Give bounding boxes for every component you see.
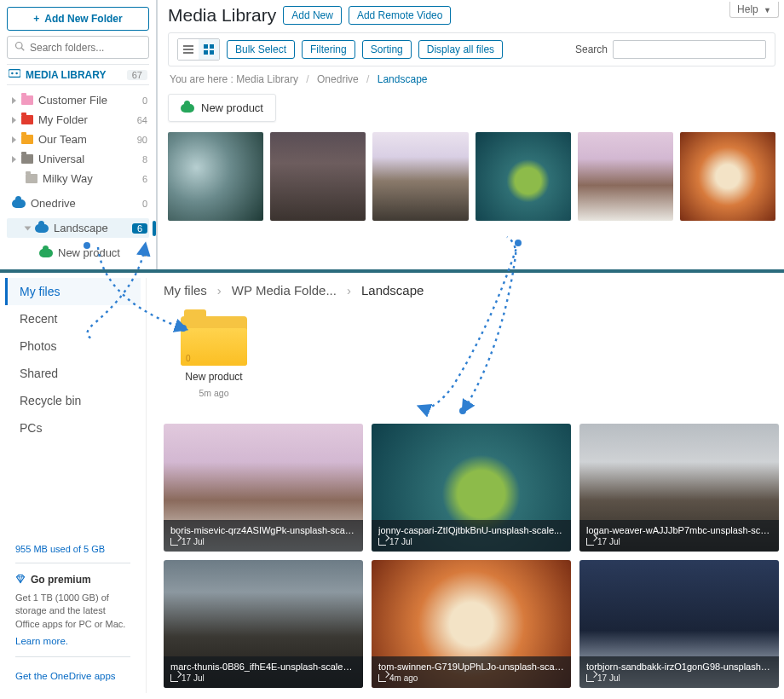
folder-icon xyxy=(21,154,33,164)
file-card[interactable]: marc-thunis-0B86_ifhE4E-unsplash-scaled-… xyxy=(164,560,363,688)
breadcrumb-link[interactable]: WP Media Folde... xyxy=(232,283,337,298)
add-folder-button[interactable]: + Add New Folder xyxy=(7,7,149,31)
svg-point-3 xyxy=(11,72,13,74)
onedrive-breadcrumb: My files › WP Media Folde... › Landscape xyxy=(164,283,779,298)
sorting-button[interactable]: Sorting xyxy=(362,40,412,59)
sidebar-item-folder[interactable]: My Folder 64 xyxy=(7,110,149,130)
file-card[interactable]: jonny-caspari-ZtIQjtbkBnU-unsplash-scale… xyxy=(372,424,571,552)
cloud-icon xyxy=(12,199,26,208)
onedrive-nav-item[interactable]: Photos xyxy=(5,332,141,360)
file-card[interactable]: logan-weaver-wAJJJbP7mbc-unsplash-scaled… xyxy=(579,424,779,552)
breadcrumb-current: Landscape xyxy=(361,283,424,298)
file-overlay: torbjorn-sandbakk-irzO1gonG98-unsplash-s… xyxy=(579,656,779,688)
landscape-label: Landscape xyxy=(54,222,108,234)
grid-icon xyxy=(204,44,214,55)
file-name: boris-misevic-qrz4ASIWgPk-unsplash-scale… xyxy=(170,525,356,535)
sidebar-item-folder[interactable]: Milky Way 6 xyxy=(7,169,149,188)
folder-name: My Folder xyxy=(38,113,88,126)
folder-item-name: New product xyxy=(185,371,242,383)
cloud-icon xyxy=(181,104,194,113)
bulk-select-button[interactable]: Bulk Select xyxy=(227,40,295,59)
file-card[interactable]: tom-swinnen-G719UpPhLJo-unsplash-scaled-… xyxy=(372,560,571,688)
breadcrumb-current: Landscape xyxy=(378,73,428,85)
media-library-header[interactable]: MEDIA LIBRARY 67 xyxy=(7,64,149,85)
go-premium-button[interactable]: Go premium xyxy=(15,574,130,586)
active-indicator xyxy=(153,221,156,236)
sidebar-item-folder[interactable]: Customer File 0 xyxy=(7,90,149,110)
folder-icon xyxy=(21,135,33,144)
file-card[interactable]: boris-misevic-qrz4ASIWgPk-unsplash-scale… xyxy=(164,424,363,552)
folder-count: 6 xyxy=(142,174,147,184)
library-icon xyxy=(9,68,20,81)
folder-chip-label: New product xyxy=(201,101,263,114)
breadcrumb: You are here : Media Library / Onedrive … xyxy=(170,73,774,85)
display-all-button[interactable]: Display all files xyxy=(418,40,503,59)
breadcrumb-prefix: You are here : xyxy=(170,73,233,85)
folder-name: Customer File xyxy=(38,94,107,107)
onedrive-sidebar: My filesRecentPhotosSharedRecycle binPCs… xyxy=(0,278,147,693)
file-card[interactable]: torbjorn-sandbakk-irzO1gonG98-unsplash-s… xyxy=(579,560,779,688)
search-icon xyxy=(14,41,25,54)
sidebar-item-landscape[interactable]: Landscape 6 xyxy=(7,218,149,238)
folder-item-new-product[interactable]: 0 New product 5m ago xyxy=(181,316,247,398)
onedrive-label: Onedrive xyxy=(31,197,76,210)
help-button[interactable]: Help ▼ xyxy=(729,2,779,18)
media-thumbnail[interactable] xyxy=(476,132,571,221)
learn-more-link[interactable]: Learn more. xyxy=(15,636,68,646)
chevron-right-icon: › xyxy=(347,283,351,298)
share-icon xyxy=(170,538,178,546)
onedrive-nav-item[interactable]: Shared xyxy=(5,360,141,387)
add-remote-video-button[interactable]: Add Remote Video xyxy=(349,6,452,25)
view-list-button[interactable] xyxy=(178,39,199,60)
media-search-input[interactable] xyxy=(613,40,766,59)
page-title: Media Library xyxy=(168,5,276,26)
onedrive-file-grid: boris-misevic-qrz4ASIWgPk-unsplash-scale… xyxy=(164,424,779,688)
view-grid-button[interactable] xyxy=(199,39,219,60)
search-label: Search xyxy=(575,43,608,55)
file-name: torbjorn-sandbakk-irzO1gonG98-unsplash-s… xyxy=(586,661,772,672)
sidebar-item-folder[interactable]: Our Team 90 xyxy=(7,130,149,149)
file-meta: 17 Jul xyxy=(389,537,412,546)
storage-usage-link[interactable]: 955 MB used of 5 GB xyxy=(15,544,130,563)
premium-description: Get 1 TB (1000 GB) of storage and the la… xyxy=(15,592,130,631)
new-product-label: New product xyxy=(58,246,120,259)
media-thumbnail[interactable] xyxy=(680,132,775,221)
add-new-button[interactable]: Add New xyxy=(283,6,342,25)
folder-search-input[interactable] xyxy=(30,42,141,54)
share-icon xyxy=(378,538,386,546)
sidebar-item-folder[interactable]: Universal 8 xyxy=(7,149,149,169)
file-overlay: logan-weaver-wAJJJbP7mbc-unsplash-scaled… xyxy=(579,520,779,552)
folder-count: 90 xyxy=(137,135,147,145)
list-icon xyxy=(183,45,193,54)
onedrive-nav-item[interactable]: My files xyxy=(5,278,141,305)
folder-icon xyxy=(26,174,37,183)
media-toolbar: Bulk Select Filtering Sorting Display al… xyxy=(168,32,775,66)
file-name: jonny-caspari-ZtIQjtbkBnU-unsplash-scale… xyxy=(378,525,564,535)
breadcrumb-link[interactable]: Media Library xyxy=(236,73,298,85)
media-thumbnail[interactable] xyxy=(578,132,673,221)
folder-search[interactable] xyxy=(7,36,149,59)
share-icon xyxy=(378,674,386,682)
get-onedrive-apps-link[interactable]: Get the OneDrive apps xyxy=(15,671,116,681)
chevron-down-icon: ▼ xyxy=(764,6,771,14)
media-thumbnail[interactable] xyxy=(372,132,468,221)
media-library-count: 67 xyxy=(127,70,147,80)
onedrive-nav-item[interactable]: PCs xyxy=(5,414,141,442)
cloud-icon xyxy=(35,224,49,233)
add-folder-label: Add New Folder xyxy=(44,13,122,25)
plus-icon: + xyxy=(33,13,39,25)
landscape-count: 6 xyxy=(132,223,147,234)
media-thumbnail[interactable] xyxy=(270,132,366,221)
breadcrumb-link[interactable]: Onedrive xyxy=(317,73,359,85)
media-thumbnail[interactable] xyxy=(168,132,263,221)
folder-chip-new-product[interactable]: New product xyxy=(168,94,276,122)
go-premium-label: Go premium xyxy=(31,574,91,586)
onedrive-nav-item[interactable]: Recent xyxy=(5,305,141,332)
sidebar-item-new-product[interactable]: New product 0 xyxy=(7,243,149,263)
onedrive-nav-item[interactable]: Recycle bin xyxy=(5,387,141,414)
filtering-button[interactable]: Filtering xyxy=(302,40,355,59)
sidebar-item-onedrive[interactable]: Onedrive 0 xyxy=(7,194,149,213)
folder-name: Universal xyxy=(38,153,84,165)
breadcrumb-link[interactable]: My files xyxy=(164,283,207,298)
folder-name: Milky Way xyxy=(43,172,93,185)
